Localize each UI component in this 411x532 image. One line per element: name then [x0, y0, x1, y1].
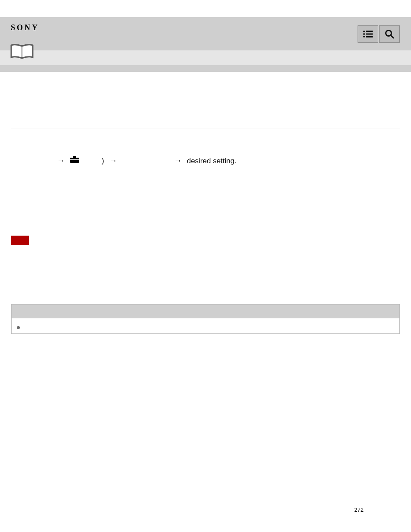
book-icon [9, 44, 34, 59]
note-flag [11, 236, 29, 245]
arrow-icon: → [174, 155, 182, 167]
arrow-icon: → [109, 155, 117, 167]
svg-rect-5 [366, 36, 373, 37]
svg-line-7 [391, 35, 393, 38]
list-item [18, 250, 400, 261]
instruction-line: → ) → → desired setting. [11, 155, 400, 167]
instruction-tail: desired setting. [187, 156, 237, 167]
svg-point-4 [363, 36, 365, 37]
page-number: 272 [354, 507, 364, 513]
brand-logo: SONY [11, 23, 39, 32]
header-divider [0, 65, 411, 72]
search-icon [385, 29, 394, 39]
info-box [11, 304, 400, 334]
close-paren: ) [102, 156, 104, 167]
header-toolbar [358, 25, 400, 43]
svg-point-0 [363, 31, 365, 32]
svg-rect-11 [70, 159, 79, 160]
section-rule [11, 128, 400, 128]
svg-point-2 [363, 33, 365, 35]
note-list [6, 250, 400, 291]
svg-rect-3 [366, 34, 373, 35]
top-margin [0, 0, 411, 17]
list-item [18, 281, 400, 292]
svg-rect-1 [366, 31, 373, 32]
arrow-icon: → [57, 155, 65, 167]
info-box-body [12, 318, 399, 333]
content-area: → ) → → desired setting. [0, 72, 411, 334]
svg-rect-10 [73, 156, 76, 158]
page-root: SONY [0, 0, 411, 532]
bullet-icon [17, 326, 20, 329]
info-box-header [12, 305, 399, 318]
list-button[interactable] [358, 25, 378, 43]
list-item [18, 261, 400, 271]
toolbox-icon [70, 156, 79, 167]
search-button[interactable] [379, 25, 400, 43]
list-icon [363, 31, 373, 37]
header-bar: SONY [0, 17, 411, 50]
sub-header [0, 50, 411, 65]
